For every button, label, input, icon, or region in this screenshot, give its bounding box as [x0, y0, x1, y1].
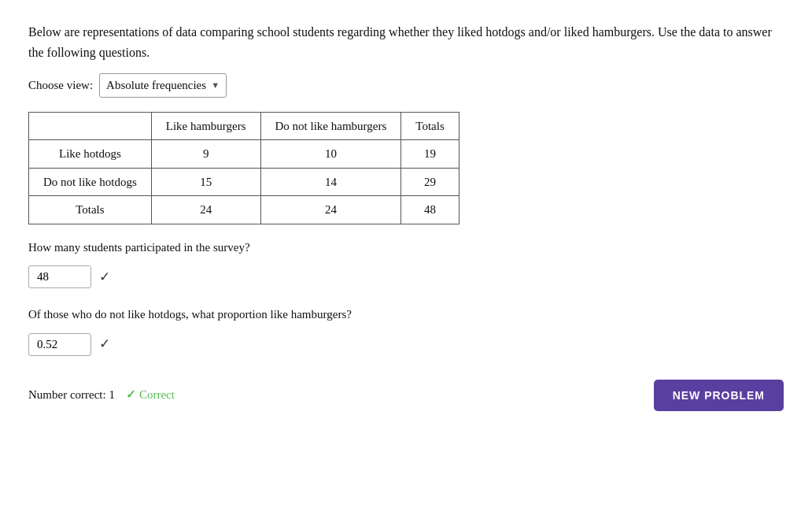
view-dropdown-value: Absolute frequencies [106, 76, 206, 95]
table-row: Do not like hotdogs 15 14 29 [29, 168, 460, 196]
question2-answer-row: ✓ [28, 333, 784, 356]
table-cell-0-0: 9 [151, 140, 260, 169]
table-cell-1-0: 15 [151, 168, 260, 196]
question1-input[interactable] [28, 265, 91, 288]
question1-checkmark: ✓ [99, 267, 110, 287]
table-cell-1-2: 29 [401, 168, 459, 196]
table-row: Like hotdogs 9 10 19 [29, 140, 460, 169]
bottom-bar: Number correct: 1 ✓ Correct NEW PROBLEM [28, 380, 784, 411]
choose-view-row: Choose view: Absolute frequencies ▼ [28, 73, 784, 98]
choose-view-label: Choose view: [28, 76, 93, 95]
question2-checkmark: ✓ [99, 334, 110, 354]
correct-status: ✓ Correct [126, 386, 175, 404]
table-corner-cell [29, 112, 152, 140]
number-correct-label: Number correct: 1 [28, 386, 115, 404]
table-cell-2-2: 48 [401, 196, 459, 224]
question1-answer-row: ✓ [28, 265, 784, 288]
table-row-label-0: Like hotdogs [29, 140, 152, 169]
table-cell-2-1: 24 [260, 196, 401, 224]
question2-input[interactable] [28, 333, 91, 356]
bottom-left: Number correct: 1 ✓ Correct [28, 386, 175, 404]
data-table: Like hamburgers Do not like hamburgers T… [28, 112, 460, 224]
table-cell-2-0: 24 [151, 196, 260, 224]
question2-text: Of those who do not like hotdogs, what p… [28, 306, 784, 324]
table-cell-0-1: 10 [260, 140, 401, 169]
table-cell-1-1: 14 [260, 168, 401, 196]
table-col-header-2: Totals [401, 112, 459, 140]
question1-text: How many students participated in the su… [28, 239, 784, 257]
table-cell-0-2: 19 [401, 140, 459, 169]
correct-check-icon: ✓ [126, 386, 136, 404]
view-dropdown[interactable]: Absolute frequencies ▼ [99, 73, 227, 98]
table-row-label-1: Do not like hotdogs [29, 168, 152, 196]
table-row-label-2: Totals [29, 196, 152, 224]
correct-text: Correct [139, 386, 175, 404]
new-problem-button[interactable]: NEW PROBLEM [654, 380, 784, 411]
intro-text: Below are representations of data compar… [28, 22, 784, 62]
table-col-header-0: Like hamburgers [151, 112, 260, 140]
table-row: Totals 24 24 48 [29, 196, 460, 224]
table-col-header-1: Do not like hamburgers [260, 112, 401, 140]
chevron-down-icon: ▼ [211, 79, 220, 92]
